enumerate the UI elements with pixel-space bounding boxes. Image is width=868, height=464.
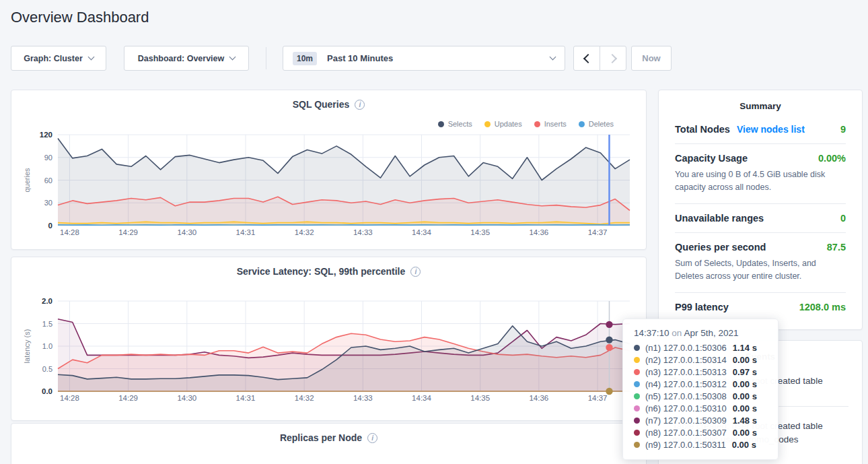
sql-queries-chart[interactable]: 14:2814:2914:3014:3114:3214:3314:3414:35… [11, 90, 646, 249]
graph-dropdown-label: Graph: Cluster [24, 54, 83, 63]
summary-section: Total NodesView nodes list9 [675, 115, 846, 143]
chevron-down-icon [229, 54, 236, 61]
svg-text:0: 0 [48, 222, 52, 230]
svg-text:14:31: 14:31 [236, 228, 256, 236]
summary-label: Queries per second [675, 242, 766, 253]
now-button-label: Now [642, 53, 660, 63]
service-latency-card: Service Latency: SQL, 99th percentile i … [11, 257, 647, 421]
node-color-dot [634, 381, 640, 387]
info-icon[interactable]: i [367, 433, 377, 443]
chevron-down-icon [87, 54, 94, 61]
prev-timewindow-button[interactable] [573, 46, 600, 71]
svg-text:14:35: 14:35 [470, 228, 490, 236]
node-address: (n9) 127.0.0.1:50311 [645, 440, 726, 450]
node-latency-value: 0.00 s [733, 428, 757, 438]
summary-label: P99 latency [675, 302, 729, 312]
svg-text:14:35: 14:35 [470, 394, 490, 402]
svg-text:14:33: 14:33 [353, 394, 373, 402]
tooltip-node-rows: (n1) 127.0.0.1:503061.14 s(n2) 127.0.0.1… [634, 341, 767, 451]
dashboard-dropdown-label: Dashboard: Overview [138, 54, 225, 63]
tooltip-node-row: (n2) 127.0.0.1:503140.00 s [634, 354, 767, 366]
svg-text:14:28: 14:28 [60, 228, 79, 236]
node-latency-value: 0.00 s [733, 391, 757, 401]
node-latency-value: 0.97 s [733, 367, 757, 377]
summary-section: Unavailable ranges0 [675, 203, 846, 232]
node-address: (n1) 127.0.0.1:50306 [645, 343, 727, 353]
svg-text:1.5: 1.5 [42, 320, 52, 328]
node-latency-value: 1.14 s [733, 343, 757, 353]
chart-hover-tooltip: 14:37:10 on Apr 5th, 2021 (n1) 127.0.0.1… [622, 319, 779, 460]
svg-text:30: 30 [44, 199, 52, 207]
summary-section: P99 latency1208.0 ms [675, 292, 846, 321]
tooltip-node-row: (n8) 127.0.0.1:503070.00 s [634, 426, 767, 438]
node-latency-value: 0.00 s [733, 355, 757, 365]
summary-value: 9 [840, 124, 846, 135]
svg-text:0.0: 0.0 [42, 387, 52, 395]
summary-value: 0 [840, 213, 846, 224]
tooltip-time: 14:37:10 [634, 328, 670, 338]
sql-queries-card: SQL Queries i SelectsUpdatesInsertsDelet… [11, 90, 647, 250]
svg-text:14:37: 14:37 [588, 394, 608, 402]
svg-text:60: 60 [44, 176, 52, 185]
dashboard-dropdown[interactable]: Dashboard: Overview [124, 46, 249, 71]
summary-value: 0.00% [818, 153, 846, 164]
svg-text:2.0: 2.0 [42, 297, 52, 305]
chevron-right-icon [607, 53, 616, 63]
graph-dropdown[interactable]: Graph: Cluster [11, 46, 106, 71]
tooltip-node-row: (n1) 127.0.0.1:503061.14 s [634, 341, 767, 354]
svg-text:14:34: 14:34 [412, 228, 431, 236]
summary-description: You are using 0 B of 4.5 GiB usable disk… [675, 168, 846, 195]
node-color-dot [634, 418, 640, 424]
node-address: (n6) 127.0.0.1:50310 [645, 403, 727, 413]
node-color-dot [634, 405, 640, 411]
tooltip-node-row: (n9) 127.0.0.1:503110.00 s [634, 438, 767, 451]
node-color-dot [634, 393, 640, 399]
time-range-dropdown[interactable]: 10m Past 10 Minutes [283, 46, 565, 71]
summary-label: Total Nodes [675, 124, 730, 135]
svg-text:14:28: 14:28 [60, 394, 79, 402]
time-range-label: Past 10 Minutes [327, 53, 393, 63]
node-address: (n8) 127.0.0.1:50307 [645, 428, 727, 438]
svg-text:0.5: 0.5 [42, 365, 52, 373]
svg-text:14:32: 14:32 [295, 228, 314, 236]
tooltip-timestamp: 14:37:10 on Apr 5th, 2021 [634, 328, 767, 338]
next-timewindow-button[interactable] [600, 46, 626, 71]
view-nodes-list-link[interactable]: View nodes list [737, 124, 805, 135]
node-address: (n5) 127.0.0.1:50308 [645, 391, 727, 401]
summary-card: Summary Total NodesView nodes list9Capac… [658, 90, 863, 330]
node-color-dot [634, 345, 640, 351]
svg-text:14:30: 14:30 [177, 394, 196, 402]
summary-label: Unavailable ranges [675, 213, 764, 224]
summary-value: 1208.0 ms [799, 302, 846, 312]
svg-text:14:36: 14:36 [529, 394, 548, 402]
replicas-per-node-card: Replicas per Node i [11, 423, 647, 464]
svg-text:120: 120 [40, 131, 52, 139]
tooltip-node-row: (n5) 127.0.0.1:503080.00 s [634, 390, 767, 402]
svg-text:14:29: 14:29 [118, 228, 138, 236]
summary-body: Total NodesView nodes list9Capacity Usag… [659, 115, 862, 321]
summary-title: Summary [659, 90, 862, 115]
tooltip-node-row: (n3) 127.0.0.1:503130.97 s [634, 366, 767, 378]
node-latency-value: 1.48 s [733, 416, 757, 426]
svg-text:14:29: 14:29 [118, 394, 138, 402]
tooltip-on: on [672, 328, 682, 338]
svg-text:14:36: 14:36 [529, 228, 548, 236]
svg-text:1.0: 1.0 [42, 342, 52, 350]
svg-text:14:30: 14:30 [177, 228, 196, 236]
summary-description: Sum of Selects, Updates, Inserts, and De… [675, 257, 846, 284]
node-address: (n7) 127.0.0.1:50309 [645, 416, 727, 426]
node-address: (n4) 127.0.0.1:50312 [645, 379, 727, 389]
svg-text:14:34: 14:34 [412, 394, 431, 402]
node-latency-value: 0.00 s [733, 403, 757, 413]
page-title: Overview Dashboard [11, 9, 149, 26]
node-color-dot [634, 430, 640, 436]
svg-text:14:31: 14:31 [236, 394, 256, 402]
node-color-dot [634, 357, 640, 363]
chevron-down-icon [550, 54, 556, 61]
now-button[interactable]: Now [631, 46, 672, 71]
node-latency-value: 0.00 s [732, 440, 756, 450]
summary-value: 87.5 [827, 242, 846, 253]
svg-text:latency (s): latency (s) [23, 329, 31, 364]
summary-section: Queries per second87.5Sum of Selects, Up… [675, 232, 846, 292]
service-latency-chart[interactable]: 14:2814:2914:3014:3114:3214:3314:3414:35… [11, 257, 646, 420]
